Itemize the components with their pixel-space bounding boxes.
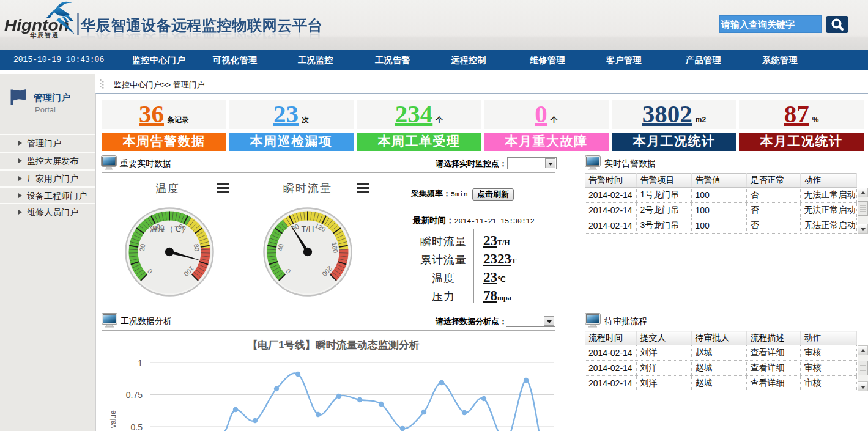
svg-text:20: 20 (138, 243, 147, 252)
svg-text:温度（℃）: 温度（℃） (150, 224, 189, 234)
svg-text:T/H: T/H (302, 224, 314, 234)
svg-text:40: 40 (276, 243, 285, 252)
svg-text:80: 80 (193, 243, 201, 252)
